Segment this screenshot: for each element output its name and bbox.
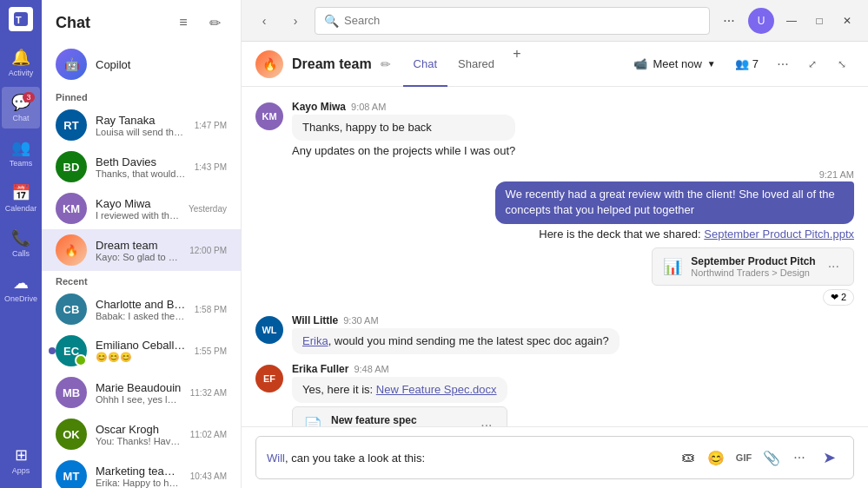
message-input-area: Will, can you take a look at this: 🎟 😊 G… bbox=[242, 426, 868, 488]
calls-icon: 📞 bbox=[11, 228, 30, 247]
sidebar-item-apps[interactable]: ⊞ Apps bbox=[2, 439, 40, 481]
back-button[interactable]: ‹ bbox=[252, 9, 276, 33]
chat-list-icons: ≡ ✏ bbox=[171, 10, 227, 35]
chat-item-time: Yesterday bbox=[189, 204, 227, 214]
chat-item-time: 1:58 PM bbox=[195, 305, 227, 314]
chat-item-charlotte[interactable]: CB Charlotte and Babak Babak: I asked th… bbox=[42, 288, 241, 330]
top-nav: ‹ › 🔍 ··· U — □ ✕ bbox=[242, 0, 868, 42]
reaction-bar: ❤ 2 bbox=[823, 289, 854, 306]
search-box: 🔍 bbox=[315, 7, 710, 35]
chat-item-preview: Thanks, that would be nice. bbox=[96, 168, 186, 179]
message-bubble: Thanks, happy to be back bbox=[292, 115, 515, 141]
chat-item-name: Marketing team sync bbox=[96, 465, 182, 478]
message-bubble: Erika, would you mind sending me the lat… bbox=[292, 328, 620, 354]
activity-icon: 🔔 bbox=[11, 48, 30, 67]
chat-item-marketing[interactable]: MT Marketing team sync Erika: Happy to h… bbox=[42, 455, 241, 488]
chat-item-emiliano[interactable]: EC Emiliano Ceballos 😊😊😊 1:55 PM bbox=[42, 330, 241, 372]
copilot-item[interactable]: 🤖 Copilot bbox=[42, 42, 241, 87]
chat-item-preview: I reviewed with the client on Th... bbox=[96, 210, 180, 221]
sidebar-item-chat[interactable]: 💬 3 Chat bbox=[2, 87, 40, 129]
message-input-text: Will, can you take a look at this: bbox=[267, 452, 669, 465]
popout-button[interactable]: ⤢ bbox=[800, 52, 825, 76]
more-actions-button[interactable]: ··· bbox=[771, 52, 795, 76]
chat-item-preview: Kayo: So glad to hear that the r... bbox=[96, 252, 181, 262]
maximize-button[interactable]: □ bbox=[809, 10, 830, 31]
reaction-count: 2 bbox=[841, 292, 846, 302]
avatar: EF bbox=[255, 365, 283, 392]
search-input[interactable] bbox=[344, 14, 700, 27]
message-group-erika: EF Erika Fuller 9:48 AM Yes, here it is:… bbox=[255, 363, 854, 426]
app-logo[interactable]: T bbox=[9, 7, 33, 31]
sent-link-text: Here is the deck that we shared: Septemb… bbox=[539, 224, 854, 244]
copilot-avatar: 🤖 bbox=[56, 49, 87, 80]
calendar-icon: 📅 bbox=[11, 183, 30, 202]
more-options-button[interactable]: ··· bbox=[717, 9, 741, 33]
chat-header-actions: 📹 Meet now ▼ 👥 7 ··· ⤢ ⤡ bbox=[626, 52, 854, 76]
avatar-ray: RT bbox=[56, 109, 87, 141]
msg-time: 9:30 AM bbox=[343, 315, 378, 326]
edit-name-icon[interactable]: ✏ bbox=[381, 57, 391, 71]
chat-item-time: 1:47 PM bbox=[195, 121, 227, 130]
new-chat-button[interactable]: ✏ bbox=[202, 10, 227, 35]
file-more-icon[interactable]: ··· bbox=[825, 257, 843, 276]
collapse-button[interactable]: ⤡ bbox=[830, 52, 854, 76]
chat-item-name: Emiliano Ceballos bbox=[96, 339, 186, 352]
message-input-icons: 🎟 😊 GIF 📎 ··· ➤ bbox=[676, 444, 843, 472]
chat-item-preview: Erika: Happy to have you back,... bbox=[96, 478, 182, 488]
avatar-emiliano: EC bbox=[56, 335, 87, 366]
avatar-kayo: KM bbox=[56, 193, 87, 224]
sent-message-group: 9:21 AM We recently had a great review w… bbox=[255, 169, 854, 305]
emoji-button[interactable]: 😊 bbox=[704, 445, 728, 470]
teams-icon: 👥 bbox=[11, 138, 30, 157]
main-area: ‹ › 🔍 ··· U — □ ✕ 🔥 Dream team ✏ Chat Sh… bbox=[242, 0, 868, 488]
chat-item-beth[interactable]: BD Beth Davies Thanks, that would be nic… bbox=[42, 146, 241, 188]
chat-item-dream[interactable]: 🔥 Dream team Kayo: So glad to hear that … bbox=[42, 229, 241, 271]
attach-button[interactable]: 📎 bbox=[759, 445, 784, 470]
sidebar-item-calendar[interactable]: 📅 Calendar bbox=[2, 177, 40, 219]
app-bar: T 🔔 Activity 💬 3 Chat 👥 Teams 📅 Calendar… bbox=[0, 0, 42, 488]
more-options-input-button[interactable]: ··· bbox=[787, 445, 812, 470]
sidebar-item-activity[interactable]: 🔔 Activity bbox=[2, 42, 40, 83]
chat-item-name: Dream team bbox=[96, 239, 181, 252]
heart-reaction[interactable]: ❤ 2 bbox=[823, 289, 854, 306]
chat-item-time: 10:43 AM bbox=[190, 472, 227, 481]
input-mention: Will bbox=[267, 452, 285, 465]
minimize-button[interactable]: — bbox=[781, 10, 802, 31]
gif-button[interactable]: GIF bbox=[732, 445, 756, 470]
sidebar-item-onedrive[interactable]: ☁ OneDrive bbox=[2, 267, 40, 309]
chat-item-ray[interactable]: RT Ray Tanaka Louisa will send the initi… bbox=[42, 104, 241, 146]
filter-button[interactable]: ≡ bbox=[171, 10, 195, 35]
tab-shared[interactable]: Shared bbox=[447, 42, 505, 87]
avatar-marie: MB bbox=[56, 377, 87, 408]
forward-button[interactable]: › bbox=[283, 9, 308, 33]
user-avatar[interactable]: U bbox=[748, 8, 774, 34]
chat-item-oscar[interactable]: OK Oscar Krogh You: Thanks! Have a nice … bbox=[42, 413, 241, 455]
chat-item-marie[interactable]: MB Marie Beaudouin Ohhh I see, yes let m… bbox=[42, 372, 241, 413]
apps-icon: ⊞ bbox=[15, 445, 28, 465]
chat-item-name: Marie Beaudouin bbox=[96, 381, 182, 394]
sidebar-item-teams[interactable]: 👥 Teams bbox=[2, 132, 40, 174]
tab-chat[interactable]: Chat bbox=[403, 42, 447, 87]
chat-list-panel: Chat ≡ ✏ 🤖 Copilot Pinned RT Ray Tanaka … bbox=[42, 0, 242, 488]
chat-item-time: 12:00 PM bbox=[189, 246, 227, 255]
participants-button[interactable]: 👥 7 bbox=[728, 54, 765, 74]
send-button[interactable]: ➤ bbox=[815, 444, 843, 472]
file-link[interactable]: September Product Pitch.pptx bbox=[704, 228, 854, 241]
chat-item-name: Kayo Miwa bbox=[96, 197, 180, 210]
chat-header: 🔥 Dream team ✏ Chat Shared + 📹 Meet now … bbox=[242, 42, 868, 87]
chat-list-title: Chat bbox=[56, 14, 90, 32]
sidebar-item-calls[interactable]: 📞 Calls bbox=[2, 222, 40, 264]
add-tab-button[interactable]: + bbox=[505, 42, 529, 66]
sticker-button[interactable]: 🎟 bbox=[676, 445, 700, 470]
sent-bubble: We recently had a great review with the … bbox=[495, 181, 854, 223]
messages-area: KM Kayo Miwa 9:08 AM Thanks, happy to be… bbox=[242, 87, 868, 426]
chat-item-name: Charlotte and Babak bbox=[96, 298, 186, 311]
file-link[interactable]: New Feature Spec.docx bbox=[376, 383, 497, 396]
file-more-icon[interactable]: ··· bbox=[477, 416, 495, 426]
chat-tabs: Chat Shared + bbox=[403, 42, 529, 86]
file-path: Northwind Traders > Design bbox=[691, 267, 815, 278]
close-button[interactable]: ✕ bbox=[837, 10, 858, 31]
meet-now-button[interactable]: 📹 Meet now ▼ bbox=[626, 54, 722, 74]
chat-name: Dream team bbox=[292, 56, 372, 72]
chat-item-kayo[interactable]: KM Kayo Miwa I reviewed with the client … bbox=[42, 188, 241, 229]
